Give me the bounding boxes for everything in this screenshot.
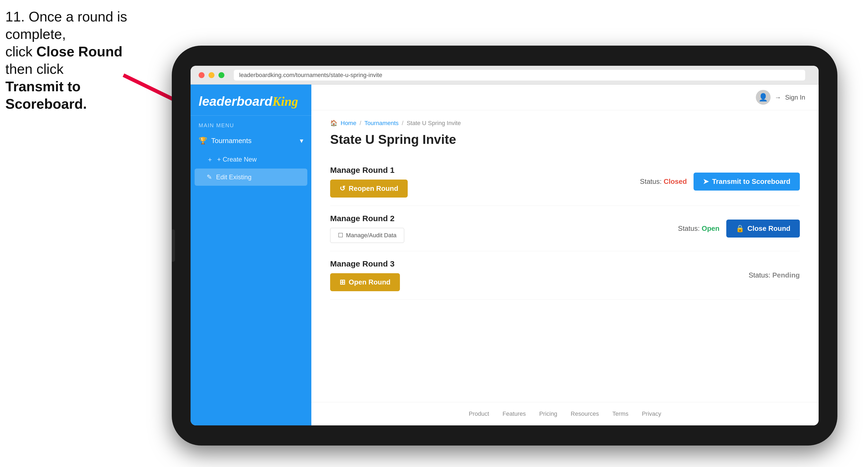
tablet-side-button [172,229,175,262]
app-layout: leaderboardKing MAIN MENU 🏆 Tournaments … [191,85,818,426]
open-round-label: Open Round [349,278,391,286]
reopen-round-button[interactable]: ↺ Reopen Round [330,180,408,197]
round-2-status: Status: Open [678,224,720,233]
instruction-text: 11. Once a round is complete, click Clos… [5,8,145,113]
round-1-title: Manage Round 1 [330,165,408,175]
refresh-icon: ↺ [340,184,345,193]
sidebar: leaderboardKing MAIN MENU 🏆 Tournaments … [191,85,311,426]
trophy-icon: 🏆 [198,136,207,145]
browser-close-dot[interactable] [198,72,205,78]
sign-in-area[interactable]: 👤 → Sign In [756,90,805,105]
footer-terms[interactable]: Terms [613,410,628,417]
breadcrumb-home[interactable]: Home [341,120,356,127]
tablet-device: leaderboardking.com/tournaments/state-u-… [172,45,837,445]
breadcrumb-tournaments[interactable]: Tournaments [365,120,399,127]
sidebar-item-edit-existing[interactable]: ✎ Edit Existing [194,168,307,186]
page-title: State U Spring Invite [330,132,800,147]
footer: Product Features Pricing Resources Terms… [311,402,818,426]
manage-audit-label: Manage/Audit Data [346,232,396,239]
browser-minimize-dot[interactable] [209,72,214,78]
round-3-status: Status: Pending [749,271,800,279]
plus-icon: ＋ [207,155,213,164]
browser-url-bar[interactable]: leaderboardking.com/tournaments/state-u-… [234,70,805,81]
close-round-label: Close Round [747,224,790,233]
checkbox-icon: ☐ [338,232,343,239]
manage-audit-button[interactable]: ☐ Manage/Audit Data [330,228,404,243]
round-2-card: Manage Round 2 ☐ Manage/Audit Data Statu… [330,206,800,251]
edit-existing-label: Edit Existing [216,174,251,181]
create-new-label: + Create New [217,156,256,163]
tournaments-label: Tournaments [211,136,251,145]
transmit-to-scoreboard-button[interactable]: ➤ Transmit to Scoreboard [693,173,800,191]
lock-icon: 🔒 [736,224,744,233]
chevron-down-icon: ▾ [300,136,303,145]
round-1-status: Status: Closed [640,178,687,186]
breadcrumb: 🏠 Home / Tournaments / State U Spring In… [330,120,800,127]
round-1-card: Manage Round 1 ↺ Reopen Round Status: Cl… [330,158,800,206]
browser-maximize-dot[interactable] [218,72,224,78]
logo-area: leaderboardKing [191,85,311,116]
tablet-screen: leaderboardking.com/tournaments/state-u-… [191,66,818,426]
transmit-scoreboard-label: Transmit to Scoreboard [712,178,790,186]
browser-chrome: leaderboardking.com/tournaments/state-u-… [191,66,818,85]
round-3-card: Manage Round 3 ⊞ Open Round Status: Pend… [330,251,800,300]
main-content: 👤 → Sign In 🏠 Home / Tournaments / State [311,85,818,426]
main-menu-label: MAIN MENU [191,116,311,131]
round-3-title: Manage Round 3 [330,259,400,269]
breadcrumb-current: State U Spring Invite [407,120,461,127]
logo-leaderboard: leaderboard [198,94,272,108]
open-round-button[interactable]: ⊞ Open Round [330,273,400,291]
breadcrumb-sep1: / [360,120,361,127]
logo-king: King [272,94,298,108]
arrow-icon: → [775,94,781,101]
content-area: 🏠 Home / Tournaments / State U Spring In… [311,110,818,402]
avatar: 👤 [756,90,771,105]
breadcrumb-home-icon: 🏠 [330,120,337,127]
close-round-button[interactable]: 🔒 Close Round [726,220,800,238]
breadcrumb-sep2: / [402,120,403,127]
sidebar-item-create-new[interactable]: ＋ + Create New [191,150,311,168]
url-text: leaderboardking.com/tournaments/state-u-… [239,72,382,79]
round-1-status-value: Closed [663,178,687,185]
footer-product[interactable]: Product [469,410,489,417]
footer-features[interactable]: Features [502,410,526,417]
round-2-status-value: Open [702,224,719,232]
reopen-round-label: Reopen Round [349,184,398,193]
edit-icon: ✎ [207,174,212,181]
sidebar-item-tournaments[interactable]: 🏆 Tournaments ▾ [191,131,311,150]
round-3-status-value: Pending [772,271,800,279]
open-icon: ⊞ [340,278,345,286]
top-header: 👤 → Sign In [311,85,818,110]
footer-resources[interactable]: Resources [570,410,599,417]
footer-privacy[interactable]: Privacy [642,410,661,417]
round-2-title: Manage Round 2 [330,214,404,223]
send-icon: ➤ [703,178,709,186]
logo: leaderboardKing [198,94,303,109]
footer-pricing[interactable]: Pricing [539,410,557,417]
sign-in-label: Sign In [785,94,805,101]
